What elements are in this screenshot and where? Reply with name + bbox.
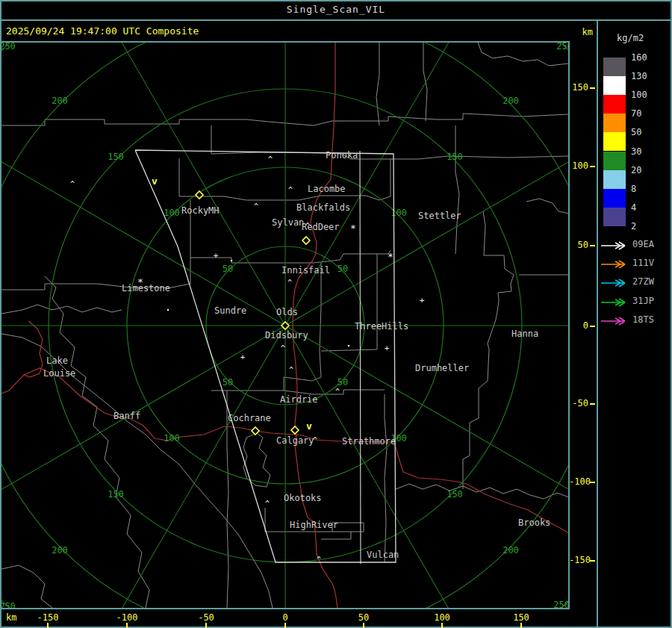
town-label: RockyMH bbox=[181, 205, 220, 216]
bottom-axis-tick bbox=[441, 623, 443, 628]
right-axis-tick bbox=[590, 166, 595, 167]
town-marker-plus: + bbox=[214, 251, 219, 261]
scale-swatch bbox=[603, 76, 626, 95]
county-boundary bbox=[376, 43, 379, 125]
legend-unit-label: kg/m2 bbox=[617, 33, 644, 43]
radial-line bbox=[61, 43, 285, 326]
ring-distance-label: 50 bbox=[337, 377, 348, 388]
county-boundary bbox=[45, 276, 149, 608]
scale-swatch bbox=[603, 152, 626, 170]
right-axis-label: 50 bbox=[569, 240, 588, 250]
bottom-axis-tick bbox=[520, 623, 522, 628]
ring-distance-label: 250 bbox=[556, 43, 568, 52]
ring-distance-label: 200 bbox=[503, 96, 519, 106]
county-boundary bbox=[423, 43, 427, 121]
town-label: Stettler bbox=[418, 211, 461, 221]
bottom-axis-label: 50 bbox=[341, 612, 386, 623]
scale-value: 8 bbox=[631, 184, 636, 194]
scale-swatch bbox=[603, 208, 626, 226]
town-marker-caret: ^ bbox=[254, 202, 258, 211]
town-label: Innisfail bbox=[281, 265, 330, 276]
bottom-axis-tick bbox=[205, 623, 207, 628]
radar-app-window: { "title_bar": { "title": "Single_Scan_V… bbox=[0, 0, 672, 628]
right-axis-tick bbox=[590, 326, 595, 327]
town-marker-caret: ^ bbox=[287, 279, 292, 287]
track-arrow-icon bbox=[600, 296, 629, 307]
right-axis-tick bbox=[590, 482, 595, 483]
county-boundary bbox=[478, 43, 568, 66]
ring-distance-label: 50 bbox=[223, 264, 233, 274]
bottom-axis-tick bbox=[363, 623, 364, 628]
radar-map-canvas: 5050505010010010010015015015015020020020… bbox=[1, 43, 568, 608]
right-axis-tick bbox=[590, 87, 595, 89]
town-label: HighRiver bbox=[290, 520, 338, 530]
town-marker-caret: ^ bbox=[305, 222, 310, 230]
scale-value: 2 bbox=[631, 221, 636, 231]
town-label: Strathmore bbox=[342, 436, 396, 447]
right-axis-label: -150 bbox=[569, 555, 588, 565]
track-id-label: 09EA bbox=[632, 239, 654, 249]
scale-swatch bbox=[603, 132, 626, 151]
county-boundary bbox=[385, 394, 387, 562]
town-label: Olds bbox=[276, 307, 298, 317]
bottom-axis-label: -150 bbox=[25, 612, 70, 623]
town-marker-caret: ^ bbox=[265, 500, 270, 508]
bottom-axis-unit: km bbox=[6, 612, 16, 623]
storm-motion-arrow: v bbox=[152, 175, 158, 187]
right-axis-tick bbox=[590, 403, 595, 405]
town-label: Drumheller bbox=[415, 363, 469, 373]
scale-value: 4 bbox=[631, 202, 636, 213]
radar-site-diamond bbox=[281, 322, 289, 329]
town-marker-caret: ^ bbox=[281, 344, 285, 352]
right-axis-label: 150 bbox=[569, 82, 588, 93]
scale-swatch bbox=[603, 189, 626, 208]
track-id-label: 18TS bbox=[632, 314, 654, 325]
town-marker-caret: ^ bbox=[335, 388, 340, 396]
town-label: Hanna bbox=[511, 329, 538, 339]
scale-swatch bbox=[603, 57, 626, 76]
town-label: Limestone bbox=[122, 283, 170, 293]
ring-distance-label: 100 bbox=[164, 433, 180, 444]
county-boundary bbox=[1, 334, 273, 608]
county-boundary bbox=[321, 532, 351, 539]
track-arrow-icon bbox=[600, 315, 629, 326]
track-id-label: 31JP bbox=[632, 296, 654, 306]
scale-swatch bbox=[603, 170, 626, 189]
ring-distance-label: 100 bbox=[391, 208, 407, 218]
town-label: Vulcan bbox=[367, 550, 399, 560]
storm-motion-arrow: v bbox=[306, 420, 312, 432]
scale-value: 160 bbox=[631, 52, 647, 63]
scale-value: 20 bbox=[631, 165, 641, 175]
ring-distance-label: 200 bbox=[52, 545, 68, 556]
right-axis-tick bbox=[590, 245, 595, 246]
title-divider bbox=[0, 19, 672, 21]
radar-site-diamond bbox=[196, 191, 203, 199]
town-marker-dot bbox=[231, 260, 233, 262]
town-marker-plus: + bbox=[240, 352, 246, 362]
town-label: Ponoka bbox=[326, 150, 358, 161]
ring-distance-label: 250 bbox=[1, 43, 16, 52]
scan-timestamp: 2025/09/24 19:47:00 UTC Composite bbox=[6, 25, 199, 37]
scale-value: 100 bbox=[631, 90, 647, 100]
right-axis-label: -50 bbox=[569, 398, 588, 408]
scale-swatch bbox=[603, 95, 626, 114]
town-marker-caret: ^ bbox=[289, 366, 293, 374]
right-axis-label: 100 bbox=[569, 161, 588, 171]
town-marker-asterisk: * bbox=[137, 276, 143, 287]
scale-value: 50 bbox=[631, 127, 641, 137]
town-label: Louise bbox=[43, 368, 75, 379]
town-marker-dot bbox=[167, 309, 169, 311]
town-label: Brooks bbox=[518, 517, 550, 528]
town-marker-caret: ^ bbox=[317, 556, 321, 564]
radar-site-diamond bbox=[252, 427, 259, 435]
town-marker-plus: + bbox=[420, 296, 425, 305]
bottom-axis-label: 0 bbox=[263, 612, 308, 623]
track-arrow-icon bbox=[600, 240, 629, 250]
radar-sector-divider bbox=[360, 151, 361, 564]
county-boundary bbox=[1, 305, 122, 314]
track-id-label: 27ZW bbox=[632, 276, 654, 287]
right-axis-label: -100 bbox=[569, 476, 588, 487]
town-label: Banff bbox=[113, 411, 140, 421]
town-marker-caret: ^ bbox=[70, 180, 75, 188]
county-boundary bbox=[190, 200, 391, 263]
